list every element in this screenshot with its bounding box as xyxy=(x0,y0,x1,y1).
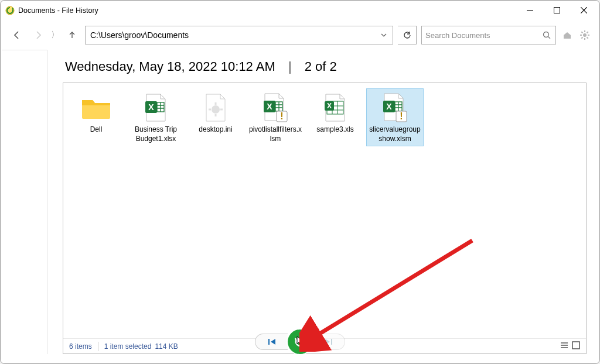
next-version-button[interactable] xyxy=(312,334,345,350)
address-bar xyxy=(85,26,393,44)
svg-line-6 xyxy=(548,37,551,39)
view-icons-icon[interactable] xyxy=(572,341,580,351)
close-button[interactable] xyxy=(570,1,597,20)
svg-rect-53 xyxy=(572,342,579,349)
items-grid[interactable]: DellXBusiness Trip Budget1.xlsxdesktop.i… xyxy=(63,83,586,338)
excel-legacy-icon: X xyxy=(319,91,352,124)
svg-rect-54 xyxy=(268,339,270,345)
svg-text:X: X xyxy=(148,102,154,112)
svg-point-5 xyxy=(544,32,549,37)
excel-macro-icon: X! xyxy=(259,91,292,124)
folder-icon xyxy=(80,91,112,124)
file-item-label: slicervaluegroupshow.xlsm xyxy=(368,125,422,143)
back-button[interactable] xyxy=(9,27,25,43)
file-item[interactable]: Xsample3.xls xyxy=(307,89,363,146)
svg-line-13 xyxy=(587,37,588,39)
breadcrumb-separator: 〉 xyxy=(51,30,59,40)
window-title: Documents - File History xyxy=(18,6,98,15)
view-details-icon[interactable] xyxy=(560,341,568,351)
search-icon[interactable] xyxy=(540,29,553,42)
search-input[interactable] xyxy=(424,30,540,40)
file-item-label: desktop.ini xyxy=(199,125,232,135)
address-input[interactable] xyxy=(86,26,375,44)
svg-line-15 xyxy=(581,37,582,39)
maximize-button[interactable] xyxy=(543,1,570,20)
svg-rect-2 xyxy=(554,8,560,13)
cursor-icon xyxy=(296,336,306,349)
svg-text:!: ! xyxy=(400,111,403,121)
svg-point-22 xyxy=(212,105,220,114)
version-datetime: Wednesday, May 18, 2022 10:12 AM xyxy=(65,59,275,74)
file-item-label: Business Trip Budget1.xlsx xyxy=(129,125,183,143)
status-selection: 1 item selected xyxy=(104,342,152,351)
file-history-window: Documents - File History 〉 xyxy=(0,0,600,364)
content-area: Wednesday, May 18, 2022 10:12 AM | 2 of … xyxy=(1,50,599,363)
version-controls xyxy=(255,329,345,354)
excel-icon: X xyxy=(139,91,172,124)
ini-icon xyxy=(199,91,232,124)
file-item[interactable]: XBusiness Trip Budget1.xlsx xyxy=(128,89,184,146)
address-dropdown-button[interactable] xyxy=(375,26,393,44)
file-item[interactable]: X!pivotlistallfilters.xlsm xyxy=(247,89,304,146)
forward-button[interactable] xyxy=(30,27,46,43)
refresh-button[interactable] xyxy=(398,26,417,44)
status-count: 6 items xyxy=(69,342,92,351)
app-icon xyxy=(5,6,15,15)
file-item-label: pivotlistallfilters.xlsm xyxy=(248,125,302,143)
minimize-button[interactable] xyxy=(516,1,543,20)
up-button[interactable] xyxy=(64,27,80,43)
svg-rect-55 xyxy=(331,339,332,345)
version-position: 2 of 2 xyxy=(305,59,337,74)
gear-icon[interactable] xyxy=(578,29,591,42)
svg-text:X: X xyxy=(267,102,272,111)
main-column: Wednesday, May 18, 2022 10:12 AM | 2 of … xyxy=(63,50,587,354)
svg-line-12 xyxy=(581,32,582,33)
file-item[interactable]: X!slicervaluegroupshow.xlsm xyxy=(367,89,423,146)
file-listing: DellXBusiness Trip Budget1.xlsxdesktop.i… xyxy=(63,83,587,354)
restore-button[interactable] xyxy=(288,329,312,354)
version-header: Wednesday, May 18, 2022 10:12 AM | 2 of … xyxy=(65,59,587,74)
svg-line-14 xyxy=(587,32,588,33)
svg-text:X: X xyxy=(386,102,392,111)
title-bar: Documents - File History xyxy=(1,1,599,20)
file-item[interactable]: desktop.ini xyxy=(188,89,244,146)
svg-text:!: ! xyxy=(280,111,283,121)
previous-version-button[interactable] xyxy=(255,334,288,350)
file-item-label: Dell xyxy=(90,125,103,135)
svg-point-7 xyxy=(583,33,587,37)
left-pane xyxy=(2,50,47,354)
home-icon[interactable] xyxy=(561,29,574,42)
excel-macro-icon: X! xyxy=(379,91,411,124)
status-size: 114 KB xyxy=(155,342,178,351)
navigation-toolbar: 〉 xyxy=(1,20,599,50)
file-item[interactable]: Dell xyxy=(68,89,124,146)
svg-text:X: X xyxy=(327,102,332,110)
file-item-label: sample3.xls xyxy=(316,125,353,135)
search-box xyxy=(421,26,556,44)
